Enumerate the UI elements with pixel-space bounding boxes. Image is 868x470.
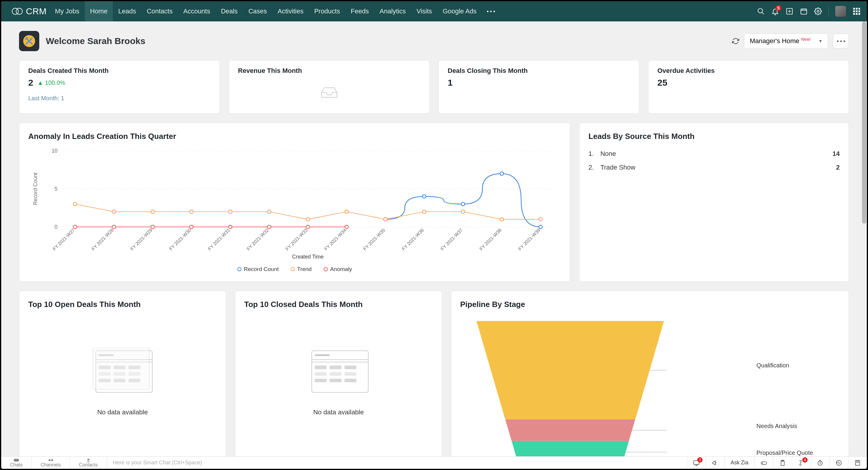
nav-analytics[interactable]: Analytics — [374, 1, 411, 22]
page-title: Welcome Sarah Brooks — [46, 36, 146, 46]
bb-game-icon[interactable] — [754, 457, 773, 469]
svg-rect-85 — [330, 372, 341, 376]
svg-point-50 — [384, 217, 387, 221]
legend-trend: Trend — [290, 266, 312, 273]
bb-monitor-icon[interactable]: 3 — [687, 457, 706, 469]
kpi-title: Deals Closing This Month — [448, 67, 630, 75]
search-icon[interactable] — [757, 7, 765, 15]
svg-point-40 — [500, 172, 504, 176]
bb-contacts[interactable]: Contacts — [70, 457, 107, 469]
nav-home[interactable]: Home — [85, 1, 113, 22]
svg-point-42 — [73, 202, 77, 206]
anomaly-chart[interactable]: 0510Record CountFY 2021-W27FY 2021-W28FY… — [28, 147, 561, 263]
svg-text:FY 2021-W30: FY 2021-W30 — [168, 227, 192, 252]
svg-point-52 — [461, 210, 465, 214]
funnel-chart[interactable]: QualificationNeeds AnalysisProposal/Pric… — [460, 315, 840, 456]
svg-text:5: 5 — [55, 186, 58, 192]
funnel-stage-label: Proposal/Price Quote — [756, 449, 813, 456]
svg-text:Record Count: Record Count — [32, 173, 38, 205]
calendar-icon[interactable] — [800, 7, 808, 15]
nav-deals[interactable]: Deals — [216, 1, 243, 22]
svg-point-51 — [423, 210, 426, 214]
nav-leads[interactable]: Leads — [113, 1, 141, 22]
svg-text:FY 2021-W34: FY 2021-W34 — [323, 227, 347, 252]
svg-rect-4 — [801, 9, 807, 14]
svg-text:FY 2021-W37: FY 2021-W37 — [440, 227, 463, 251]
bb-history-icon[interactable] — [829, 457, 848, 469]
apps-icon[interactable] — [852, 7, 861, 15]
svg-point-53 — [500, 217, 504, 221]
kpi-overdue[interactable]: Overdue Activities 25 — [648, 60, 849, 114]
svg-point-57 — [151, 225, 154, 229]
card-title: Leads By Source This Month — [588, 132, 840, 141]
svg-rect-76 — [93, 348, 149, 389]
scrollbar[interactable] — [862, 22, 867, 456]
svg-rect-11 — [859, 10, 860, 12]
svg-point-1 — [16, 8, 22, 14]
leads-row[interactable]: 1.None14 — [588, 147, 840, 161]
svg-rect-78 — [315, 354, 330, 356]
avatar[interactable] — [835, 6, 846, 17]
more-button[interactable] — [833, 34, 849, 49]
legend-anomaly: Anomaly — [323, 266, 352, 273]
nav-googleads[interactable]: Google Ads — [437, 1, 482, 22]
nav-cases[interactable]: Cases — [243, 1, 272, 22]
svg-rect-87 — [315, 379, 327, 382]
leads-row[interactable]: 2.Trade Show2 — [588, 161, 840, 174]
kpi-delta: ▲ 100.0% — [37, 80, 65, 86]
nav-products[interactable]: Products — [309, 1, 345, 22]
svg-point-41 — [539, 225, 542, 229]
svg-text:FY 2021-W27: FY 2021-W27 — [52, 227, 75, 251]
kpi-value: 1 — [448, 77, 630, 88]
home-selector[interactable]: Manager's Home New! ▼ — [744, 33, 828, 49]
kpi-revenue[interactable]: Revenue This Month — [229, 60, 430, 114]
bb-ask-zia[interactable]: Ask Zia — [724, 457, 754, 469]
svg-text:FY 2021-W31: FY 2021-W31 — [207, 227, 231, 251]
svg-rect-83 — [344, 366, 356, 369]
bb-badge: 3 — [697, 457, 703, 463]
kpi-title: Revenue This Month — [238, 67, 420, 75]
smart-chat-hint[interactable]: Here is your Smart Chat (Ctrl+Space) — [107, 460, 208, 466]
bb-chats[interactable]: Chats — [1, 457, 32, 469]
bb-zia-icon[interactable]: 4 — [792, 457, 811, 469]
svg-text:FY 2021-W36: FY 2021-W36 — [401, 227, 425, 252]
bb-channels[interactable]: Channels — [32, 457, 70, 469]
nav-feeds[interactable]: Feeds — [345, 1, 374, 22]
svg-rect-10 — [856, 10, 858, 12]
add-icon[interactable] — [785, 7, 793, 15]
svg-point-48 — [306, 217, 310, 221]
gear-icon[interactable] — [814, 7, 822, 15]
home-selector-label: Manager's Home — [750, 37, 799, 45]
nav-myjobs[interactable]: My Jobs — [50, 1, 85, 22]
bb-clipboard-icon[interactable] — [773, 457, 792, 469]
bell-icon[interactable]: 5 — [771, 7, 779, 15]
logo[interactable]: CRM — [1, 6, 50, 17]
nav-more[interactable] — [482, 1, 500, 22]
kpi-deals-closing[interactable]: Deals Closing This Month 1 — [438, 60, 639, 114]
nav-visits[interactable]: Visits — [411, 1, 437, 22]
svg-point-60 — [268, 225, 271, 229]
nav-contacts[interactable]: Contacts — [141, 1, 178, 22]
bb-badge: 4 — [802, 457, 808, 463]
chevron-down-icon: ▼ — [818, 39, 823, 43]
content: Welcome Sarah Brooks Manager's Home New!… — [1, 22, 867, 456]
svg-rect-8 — [859, 8, 860, 9]
svg-point-49 — [345, 210, 348, 214]
svg-point-104 — [88, 459, 90, 461]
svg-text:FY 2021-W39: FY 2021-W39 — [517, 227, 541, 251]
kpi-deals-created[interactable]: Deals Created This Month 2 ▲ 100.0% Last… — [19, 60, 220, 114]
nav-activities[interactable]: Activities — [272, 1, 309, 22]
chart-legend: Record Count Trend Anomaly — [28, 266, 561, 273]
svg-rect-12 — [853, 13, 855, 15]
closed-deals-card: Top 10 Closed Deals This Month No data a… — [235, 291, 442, 456]
kpi-title: Deals Created This Month — [28, 67, 211, 75]
svg-rect-14 — [859, 13, 860, 15]
bb-announce-icon[interactable] — [706, 457, 724, 469]
svg-text:10: 10 — [52, 148, 58, 154]
nav-accounts[interactable]: Accounts — [178, 1, 216, 22]
bb-bookmark-icon[interactable] — [848, 457, 867, 469]
bb-clock-icon[interactable] — [811, 457, 829, 469]
svg-point-56 — [112, 225, 116, 229]
refresh-icon[interactable] — [732, 37, 739, 44]
svg-point-58 — [190, 225, 193, 229]
